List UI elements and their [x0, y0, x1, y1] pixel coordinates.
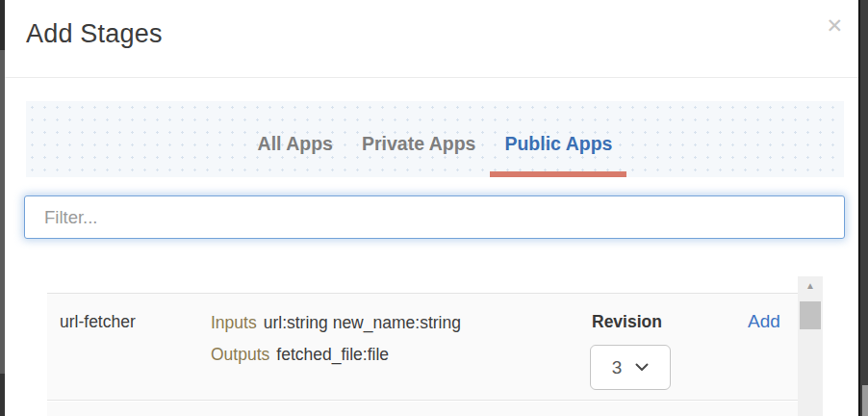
revision-label: Revision: [592, 312, 662, 332]
tab-private-apps-label: Private Apps: [362, 133, 476, 155]
tab-private-apps[interactable]: Private Apps: [347, 101, 491, 177]
page-edge-left-top: [0, 0, 5, 50]
page-scrollbar-fragment[interactable]: [862, 385, 868, 416]
page-edge-left: [0, 0, 5, 416]
tab-all-apps-label: All Apps: [258, 133, 333, 155]
app-io-spec: Inputsurl:string new_name:string Outputs…: [211, 307, 461, 371]
scroll-up-icon[interactable]: ▲: [798, 281, 823, 291]
add-stages-dialog: Add Stages ✕ All Apps Private Apps Publi…: [0, 0, 868, 416]
outputs-label: Outputs: [211, 345, 269, 364]
app-outputs-line: Outputsfetched_file:file: [211, 339, 461, 371]
inputs-value: url:string new_name:string: [264, 313, 461, 332]
list-scrollbar-track[interactable]: ▲: [798, 276, 823, 416]
close-icon[interactable]: ✕: [826, 15, 843, 36]
active-tab-underline: [490, 171, 626, 177]
next-app-row-partial: [47, 402, 798, 416]
apps-tabbar: All Apps Private Apps Public Apps: [26, 101, 844, 177]
inputs-label: Inputs: [211, 313, 257, 332]
add-button[interactable]: Add: [748, 311, 780, 332]
dialog-title: Add Stages: [26, 19, 163, 49]
revision-selected-value: 3: [612, 357, 623, 378]
tab-public-apps[interactable]: Public Apps: [490, 101, 626, 177]
chevron-down-icon: [635, 363, 649, 372]
page-edge-right: [858, 0, 868, 416]
list-scrollbar-thumb[interactable]: [800, 301, 821, 329]
app-name: url-fetcher: [60, 312, 136, 332]
tab-public-apps-label: Public Apps: [504, 133, 612, 155]
revision-select[interactable]: 3: [590, 345, 671, 390]
page-edge-left-middle: [0, 50, 5, 374]
app-inputs-line: Inputsurl:string new_name:string: [211, 307, 461, 339]
app-row-url-fetcher: url-fetcher Inputsurl:string new_name:st…: [47, 293, 798, 401]
page-edge-left-bottom: [0, 374, 5, 416]
outputs-value: fetched_file:file: [276, 345, 389, 364]
filter-input[interactable]: [24, 195, 845, 239]
header-divider: [5, 77, 858, 78]
tab-all-apps[interactable]: All Apps: [243, 101, 347, 177]
